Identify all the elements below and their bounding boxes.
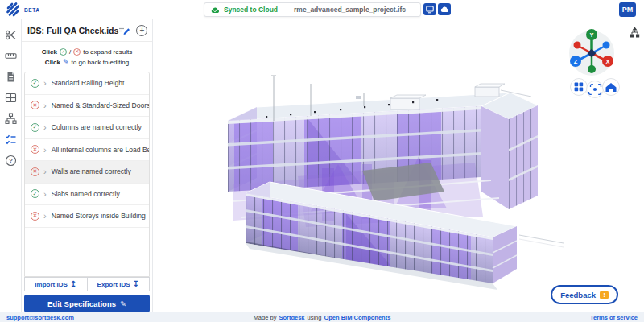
cloud-save-button[interactable]: [438, 3, 451, 15]
grid-view-button[interactable]: [571, 79, 588, 96]
svg-text:?: ?: [9, 157, 13, 164]
top-bar: BETA Synced to Cloud rme_advanced_sample…: [0, 0, 644, 19]
pass-icon[interactable]: ✓: [31, 79, 39, 88]
beta-badge: BETA: [24, 7, 40, 13]
building-model: [228, 76, 564, 290]
ids-checklist-icon[interactable]: [4, 133, 18, 147]
cloud-synced-icon: [211, 6, 220, 14]
sortdesk-link[interactable]: Sortdesk: [279, 314, 304, 321]
instructions: Click ✓ / ✕ to expand results Click ✎ to…: [22, 42, 152, 72]
chevron-right-icon: ›: [43, 145, 47, 155]
check-label: Columns are named correctly: [52, 123, 142, 131]
monitor-icon: [426, 6, 434, 14]
chevron-right-icon: ›: [43, 122, 47, 132]
viewport-buttons: [571, 79, 620, 98]
edit-list-icon[interactable]: [118, 26, 130, 35]
measure-ruler-icon[interactable]: [4, 49, 18, 63]
checks-list: ✓ › Standard Railing Height ✕ › Named & …: [24, 72, 150, 277]
check-label: Walls are named correctly: [52, 167, 131, 175]
chevron-right-icon: ›: [43, 167, 47, 176]
check-label: Named Storeys inside Building: [52, 212, 146, 220]
export-ids-button[interactable]: Export IDS ↧: [87, 277, 151, 291]
local-file-button[interactable]: [423, 3, 436, 15]
ids-title: IDS: Full QA Check.ids: [27, 26, 118, 35]
chevron-right-icon: ›: [43, 101, 47, 110]
svg-text:Z: Z: [574, 58, 578, 65]
pass-icon[interactable]: ✓: [31, 189, 39, 198]
help-icon[interactable]: ?: [4, 154, 18, 167]
check-row[interactable]: ✓ › Columns are named correctly: [25, 117, 149, 139]
fail-icon: ✕: [73, 48, 80, 56]
document-icon[interactable]: [4, 70, 18, 84]
axis-z-negative-ball[interactable]: [603, 42, 610, 49]
pencil-icon: ✎: [63, 57, 69, 68]
home-view-button[interactable]: [603, 79, 620, 96]
axis-y-negative-ball[interactable]: [588, 65, 596, 73]
tool-rail: ?: [0, 19, 22, 312]
open-bim-components-link[interactable]: Open BIM Components: [324, 314, 390, 321]
check-label: Slabs named correctly: [52, 190, 120, 198]
fail-icon[interactable]: ✕: [31, 212, 39, 221]
check-row[interactable]: ✓ › Slabs named correctly: [25, 184, 149, 206]
support-link[interactable]: support@sortdesk.com: [6, 314, 74, 321]
fail-icon[interactable]: ✕: [31, 101, 39, 109]
edit-specifications-button[interactable]: Edit Specifications ✎: [24, 295, 150, 312]
clip-scissors-icon[interactable]: [4, 28, 18, 42]
ids-panel: IDS: Full QA Check.ids + Click ✓ / ✕ to …: [22, 19, 153, 312]
chevron-right-icon: ›: [43, 211, 47, 221]
right-panel-strip: [625, 19, 644, 312]
user-avatar[interactable]: PM: [619, 2, 636, 17]
project-file-bar[interactable]: Synced to Cloud rme_advanced_sample_proj…: [204, 2, 421, 17]
import-ids-button[interactable]: Import IDS ↥: [24, 277, 87, 291]
chevron-right-icon: ›: [43, 78, 47, 88]
grid-table-icon[interactable]: [4, 91, 18, 105]
axis-x-negative-ball[interactable]: [574, 42, 581, 49]
check-label: Standard Railing Height: [52, 79, 125, 87]
check-label: Named & Standard-Sized Doors: [52, 101, 150, 109]
hierarchy-icon[interactable]: [4, 112, 18, 126]
add-spec-icon[interactable]: +: [136, 25, 147, 36]
check-row[interactable]: ✕ › All internal columns are Load Bearin…: [25, 139, 149, 162]
focus-model-button[interactable]: [587, 81, 604, 98]
cloud-icon: [440, 6, 449, 13]
fail-icon[interactable]: ✕: [31, 145, 39, 154]
check-row[interactable]: ✕ › Walls are named correctly: [25, 161, 149, 184]
pass-icon: ✓: [60, 48, 67, 56]
sync-status: Synced to Cloud: [224, 6, 278, 14]
model-tree-icon[interactable]: [630, 27, 640, 38]
check-row[interactable]: ✕ › Named Storeys inside Building: [25, 205, 149, 228]
model-viewport[interactable]: Y X Z: [153, 19, 625, 312]
check-row[interactable]: ✕ › Named & Standard-Sized Doors: [25, 95, 149, 118]
check-row[interactable]: ✓ › Standard Railing Height: [25, 72, 149, 95]
project-filename: rme_advanced_sample_project.ifc: [294, 6, 406, 14]
feedback-button[interactable]: Feedback !: [551, 285, 618, 304]
sortdesk-logo-icon[interactable]: [6, 2, 20, 17]
feedback-bubble-icon: !: [600, 291, 609, 299]
chevron-right-icon: ›: [43, 189, 47, 199]
svg-text:X: X: [605, 58, 609, 65]
check-label: All internal columns are Load Bearing: [52, 146, 150, 154]
ids-panel-header: IDS: Full QA Check.ids +: [22, 19, 152, 42]
footer: support@sortdesk.com Made by Sortdesk us…: [0, 312, 644, 322]
fail-icon[interactable]: ✕: [31, 167, 39, 176]
download-icon: ↧: [133, 281, 139, 287]
upload-icon: ↥: [70, 281, 76, 287]
svg-text:Y: Y: [589, 31, 593, 39]
terms-link[interactable]: Terms of service: [590, 314, 638, 321]
view-gizmo[interactable]: Y X Z: [569, 29, 614, 76]
pass-icon[interactable]: ✓: [31, 123, 39, 132]
pencil-icon: ✎: [120, 299, 126, 308]
